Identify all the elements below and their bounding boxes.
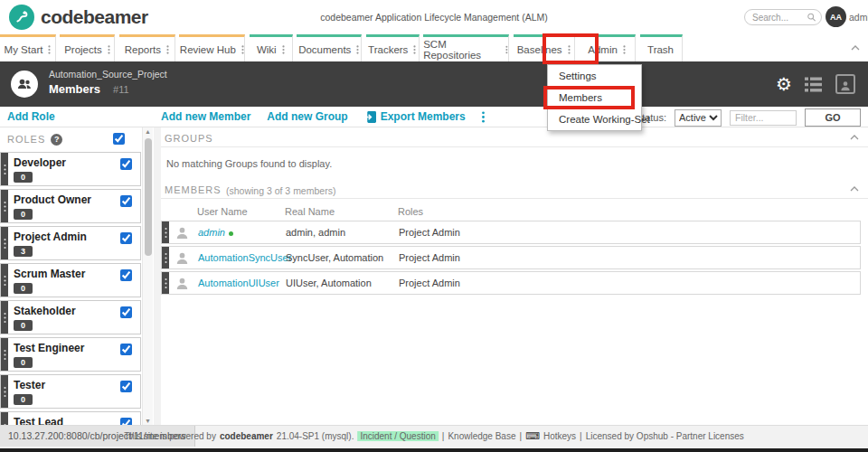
- tab-admin[interactable]: Admin: [579, 34, 636, 61]
- menu-item-settings[interactable]: Settings: [548, 65, 641, 87]
- collapse-members-icon[interactable]: [850, 186, 859, 192]
- tab-menu-dots-icon[interactable]: [356, 45, 359, 54]
- select-all-roles-checkbox[interactable]: [113, 133, 125, 145]
- tab-menu-dots-icon[interactable]: [166, 45, 169, 54]
- tab-scm-repositories[interactable]: SCM Repositories: [423, 34, 509, 61]
- role-checkbox[interactable]: [120, 418, 132, 425]
- tab-menu-dots-icon[interactable]: [48, 45, 51, 54]
- tab-review-hub[interactable]: Review Hub: [179, 34, 245, 61]
- add-new-group-link[interactable]: Add new Group: [267, 110, 347, 123]
- collapse-tabs-icon[interactable]: [851, 45, 860, 51]
- member-row-automationsyncuser: AutomationSyncUser SyncUser, Automation …: [161, 246, 861, 269]
- tab-menu-dots-icon[interactable]: [413, 45, 416, 54]
- tab-menu-dots-icon[interactable]: [505, 45, 508, 54]
- role-checkbox[interactable]: [120, 306, 132, 318]
- drag-handle-icon[interactable]: [162, 272, 169, 294]
- member-username-link[interactable]: AutomationUIUser: [198, 278, 279, 288]
- members-main-panel: GROUPS No matching Groups found to displ…: [161, 127, 868, 425]
- drag-handle-icon[interactable]: [1, 153, 8, 185]
- role-count-badge: 0: [14, 394, 33, 405]
- list-view-icon[interactable]: [805, 77, 823, 92]
- knowledge-base-link[interactable]: Knowledge Base: [448, 431, 515, 441]
- roles-help-icon[interactable]: ?: [51, 134, 62, 146]
- role-checkbox[interactable]: [120, 232, 132, 244]
- export-members-link[interactable]: Export Members: [364, 110, 466, 123]
- tab-wiki[interactable]: Wiki: [250, 34, 293, 61]
- global-search[interactable]: [744, 9, 822, 25]
- codebeamer-members-page: { "header": { "logo_text": "codebeamer",…: [0, 0, 868, 452]
- drag-handle-icon[interactable]: [1, 375, 8, 408]
- role-checkbox[interactable]: [120, 269, 132, 281]
- drag-handle-icon[interactable]: [1, 190, 8, 222]
- incident-question-link[interactable]: Incident / Question: [357, 431, 438, 441]
- license-text: Licensed by Opshub - Partner Licenses: [586, 431, 744, 441]
- column-real-name: Real Name: [285, 206, 335, 217]
- project-members-icon[interactable]: [11, 71, 38, 98]
- footer-bar: 10.13.27.200:8080/cb/project/11/members …: [0, 425, 868, 448]
- drag-handle-icon[interactable]: [1, 301, 8, 334]
- tab-trackers[interactable]: Trackers: [366, 34, 420, 61]
- action-toolbar: Add Role Add new Member Add new Group Ex…: [0, 107, 868, 127]
- add-role-link[interactable]: Add Role: [7, 110, 55, 123]
- menu-item-create-working-set[interactable]: Create Working-Set: [548, 108, 641, 130]
- online-status-dot: [229, 231, 233, 236]
- search-input[interactable]: [752, 13, 807, 23]
- settings-gear-icon[interactable]: ⚙: [776, 75, 792, 93]
- hotkeys-link[interactable]: Hotkeys: [543, 431, 576, 441]
- tab-reports[interactable]: Reports: [119, 34, 175, 61]
- user-avatar[interactable]: AA: [826, 6, 846, 27]
- user-name-label[interactable]: admin: [849, 12, 868, 23]
- role-card-stakeholder: Stakeholder 0: [0, 300, 141, 334]
- tab-baselines[interactable]: Baselines: [514, 34, 575, 61]
- more-actions-kebab-icon[interactable]: [482, 111, 485, 123]
- tab-documents[interactable]: Documents: [297, 34, 362, 61]
- export-icon: [364, 111, 376, 123]
- roles-section-title: ROLES: [7, 134, 45, 145]
- keyboard-icon: ⌨: [525, 430, 540, 442]
- tab-menu-dots-icon[interactable]: [568, 45, 571, 54]
- drag-handle-icon[interactable]: [1, 412, 8, 425]
- page-id: #11: [113, 84, 129, 95]
- members-view-icon[interactable]: [835, 74, 855, 94]
- menu-item-members[interactable]: Members: [548, 87, 641, 108]
- tab-menu-dots-icon[interactable]: [241, 45, 244, 54]
- tab-menu-dots-icon[interactable]: [623, 45, 626, 54]
- role-count-badge: 0: [14, 209, 33, 220]
- drag-handle-icon[interactable]: [1, 338, 8, 371]
- project-name[interactable]: Automation_Source_Project: [49, 69, 167, 80]
- member-username-link[interactable]: AutomationSyncUser: [198, 252, 291, 263]
- drag-handle-icon[interactable]: [162, 221, 169, 243]
- role-checkbox[interactable]: [120, 381, 132, 392]
- scroll-up-icon[interactable]: ▲: [143, 128, 153, 135]
- drag-handle-icon[interactable]: [1, 227, 8, 259]
- role-checkbox[interactable]: [120, 195, 132, 207]
- logo-text: codebeamer: [41, 6, 148, 28]
- collapse-groups-icon[interactable]: [850, 135, 859, 140]
- member-real-name: SyncUser, Automation: [286, 252, 383, 263]
- go-button[interactable]: GO: [805, 108, 861, 127]
- role-checkbox[interactable]: [120, 344, 132, 355]
- scroll-down-icon[interactable]: ▼: [143, 418, 153, 424]
- top-header: codebeamer codebeamer Application Lifecy…: [0, 0, 868, 34]
- drag-handle-icon[interactable]: [1, 264, 8, 297]
- role-card-product-owner: Product Owner 0: [0, 189, 141, 223]
- sidebar-scrollbar[interactable]: ▲ ▼: [142, 127, 153, 425]
- members-section-title: MEMBERS: [165, 184, 222, 195]
- tab-menu-dots-icon[interactable]: [108, 45, 110, 54]
- member-roles: Project Admin: [399, 227, 460, 238]
- members-count-subtitle: (showing 3 of 3 members): [226, 185, 335, 196]
- codebeamer-logo[interactable]: codebeamer: [9, 5, 148, 30]
- tab-my-start[interactable]: My Start: [0, 34, 56, 61]
- scrollbar-thumb[interactable]: [145, 138, 152, 256]
- add-new-member-link[interactable]: Add new Member: [161, 110, 250, 123]
- role-checkbox[interactable]: [120, 158, 132, 170]
- tab-menu-dots-icon[interactable]: [282, 45, 285, 54]
- filter-input[interactable]: [730, 110, 797, 126]
- role-status-select[interactable]: Active: [675, 109, 722, 127]
- drag-handle-icon[interactable]: [162, 247, 169, 268]
- main-nav-tabs: My Start Projects Reports Review Hub Wik…: [0, 34, 868, 61]
- tab-projects[interactable]: Projects: [60, 34, 115, 61]
- member-username-link[interactable]: admin: [198, 227, 233, 238]
- member-roles: Project Admin: [399, 278, 460, 288]
- tab-trash[interactable]: Trash: [640, 34, 683, 61]
